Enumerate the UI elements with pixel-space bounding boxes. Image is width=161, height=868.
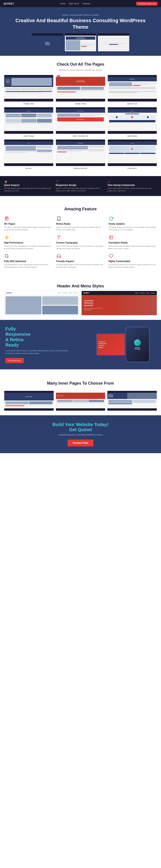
page-label-single-blog: SINGLE BLOG <box>74 167 87 169</box>
download-button[interactable]: Download Theme now <box>136 2 157 6</box>
hero-breadcrumb: Quinet - Most powerful Theme on market <box>13 14 148 16</box>
page-thumb-single-blog: Single Blog <box>56 139 105 166</box>
feature-typography-title: Custom Typography <box>56 242 105 244</box>
header-preview-light: QUINET About Services Blog Contact <box>4 291 80 315</box>
feature-typography: Custom Typography We use 500+ premium go… <box>56 235 105 250</box>
responsive-description: Lorem ipsum dolor sit amet, consectetur … <box>5 349 75 355</box>
header-nav-light: QUINET About Services Blog Contact <box>4 291 79 295</box>
feature-support-text: Get high quality support come with all t… <box>56 264 105 269</box>
page-thumb-team: Our Team <box>4 107 53 134</box>
feature-seo-text: We pay attention to every single page ha… <box>4 264 52 269</box>
hero-screenshots: TALENTEDFINANCIALADVISORS Provide Soluti… <box>13 33 148 51</box>
header-links-light: About Services Blog Contact <box>58 292 78 293</box>
final-cta-section: Build Your Website Today! Get Quinet Pow… <box>0 415 161 453</box>
pages-grid: TALENTEDFINANCIALADVISORS <box>0 75 161 174</box>
cta-purchase-button[interactable]: Purchase Now <box>68 439 94 446</box>
feature-updates-title: Timely Updates <box>109 223 157 225</box>
quick-feature-responsive-title: Responsive Design <box>56 184 105 186</box>
tfa-heading: TALENTEDFINANCIALADVISORS <box>84 300 102 307</box>
nav-links: Home Style Demo Features <box>60 2 90 5</box>
feature-translation: Translation Ready Quinet comes with tran… <box>109 235 157 250</box>
feature-translation-title: Translation Ready <box>109 242 157 244</box>
hero-screenshot-1: TALENTEDFINANCIALADVISORS <box>32 33 63 51</box>
feature-retina: Retina Ready Quinet is 100% fully respon… <box>56 216 105 231</box>
customizable-heart-icon <box>109 253 114 259</box>
svg-rect-9 <box>109 236 113 239</box>
cta-heading: Build Your Website Today! Get Quinet <box>4 422 157 432</box>
page-label-blog: BLOG <box>26 167 32 169</box>
hero-screenshot-3 <box>98 33 129 51</box>
hero-title: Creative And Beautiful Business Consulti… <box>13 18 148 30</box>
feature-pages: 30+ Pages This theme come with multiple … <box>4 216 52 231</box>
inner-page-2: Solutions Page <box>56 391 106 411</box>
page-label-why: WHY CHOSE US <box>73 135 88 137</box>
page-item-blog: Blog BLOG <box>4 139 53 169</box>
quick-features-bar: ⚡ Quick Support Get high quality support… <box>0 176 161 196</box>
page-thumb-about: ABOUT US <box>108 75 157 102</box>
header-menu-section: Header And Menu Styles QUINET About Serv… <box>0 275 161 320</box>
page-thumb-blog: Blog <box>4 139 53 166</box>
page-thumb-home-two: Provide SolutionsTo Grow Your Business <box>56 75 105 102</box>
performance-icon <box>4 235 9 240</box>
feature-pages-title: 30+ Pages <box>4 223 52 225</box>
feature-pages-text: This theme come with multiple interior p… <box>4 226 52 231</box>
phone-mockup: BusinessConsulting <box>125 327 150 363</box>
header-nav-dark: QUINET About Services Blog Contact <box>82 291 157 295</box>
pages-section-subtitle: Welcome to Quinet Business WordPress The… <box>0 69 161 71</box>
header-links-dark: About Services Blog Contact <box>135 292 155 294</box>
feature-updates: Timely Updates We always adding new feat… <box>109 216 157 231</box>
page-item-home-one: TALENTEDFINANCIALADVISORS <box>4 75 53 105</box>
nav-link-style[interactable]: Style Demo <box>69 2 79 5</box>
page-label-home-one: HOME ONE <box>24 103 34 105</box>
quick-feature-time-text: Lorem ipsum dolor sit tempor. Quinet wil… <box>108 187 157 192</box>
hero-screenshot-text-1: TALENTEDFINANCIALADVISORS <box>45 42 50 45</box>
header-menu-title: Header And Menu Styles <box>4 278 157 291</box>
feature-support-title: Friendly Support <box>56 260 105 262</box>
header-preview-dark: QUINET About Services Blog Contact TALEN… <box>81 291 157 315</box>
feature-translation-text: Quinet comes with translation ready and … <box>109 245 157 250</box>
time-icon: ⏱ <box>108 180 157 183</box>
translation-icon <box>109 235 114 240</box>
feature-customizable: Highly Customizable We have very advance… <box>109 253 157 269</box>
header-menu-grid: QUINET About Services Blog Contact <box>4 291 157 315</box>
amazing-section-title: Amazing Feature <box>4 200 157 214</box>
updates-icon <box>109 216 114 221</box>
page-item-team: Our Team <box>4 107 53 137</box>
page-item-contact: Contact CONTACT <box>108 139 157 169</box>
page-thumb-why: Why Choose Us WHY CHOOSE US <box>56 107 105 134</box>
responsive-download-button[interactable]: Download Now <box>5 358 24 363</box>
feature-updates-text: We always adding new features on every u… <box>109 226 157 231</box>
page-label-home-two: HOME TWO <box>75 103 86 105</box>
page-label-team: OUR TEAM <box>24 135 34 137</box>
responsive-heading: Fully Responsive & Retina Ready <box>5 326 75 348</box>
quick-feature-support: ⚡ Quick Support Get high quality support… <box>4 180 53 192</box>
pages-section-title: Check Out All The Pages <box>0 56 161 69</box>
page-thumb-home-one: TALENTEDFINANCIALADVISORS <box>4 75 53 102</box>
page-item-single-blog: Single Blog <box>56 139 105 169</box>
svg-point-12 <box>5 254 8 257</box>
responsive-icon: 📱 <box>56 180 105 183</box>
header-logo-light: QUINET <box>6 292 12 294</box>
svg-line-13 <box>8 257 8 258</box>
feature-seo: Fully SEO Optimized We pay attention to … <box>4 253 52 269</box>
responsive-left: Fully Responsive & Retina Ready Lorem ip… <box>0 320 81 369</box>
responsive-right: Trusted &ProfessionalAdvisors BusinessCo… <box>81 320 161 369</box>
feature-customizable-title: Highly Customizable <box>109 260 157 262</box>
seo-icon <box>4 253 9 259</box>
page-label-services: SERVICES <box>127 135 137 137</box>
feature-support: Friendly Support Get high quality suppor… <box>56 253 105 269</box>
typography-icon <box>56 235 62 240</box>
inner-page-1: Business Page <box>4 391 54 411</box>
nav-link-features[interactable]: Features <box>82 2 90 5</box>
quick-feature-responsive: 📱 Responsive Design Quinet is 100% fully… <box>56 180 105 192</box>
page-label-contact: CONTACT <box>127 167 137 169</box>
page-thumb-services: Services <box>108 107 157 134</box>
tablet-mockup: Trusted &ProfessionalAdvisors <box>96 333 125 356</box>
feature-typography-text: We use 500+ premium google font from web… <box>56 245 105 250</box>
feature-seo-title: Fully SEO Optimized <box>4 260 52 262</box>
header-logo-dark: QUINET <box>83 292 89 294</box>
feature-performance-text: Performance and compatibility of a websi… <box>4 245 52 250</box>
page-item-services: Services <box>108 107 157 137</box>
nav-link-home[interactable]: Home <box>60 2 66 5</box>
support-icon: ⚡ <box>4 180 53 183</box>
